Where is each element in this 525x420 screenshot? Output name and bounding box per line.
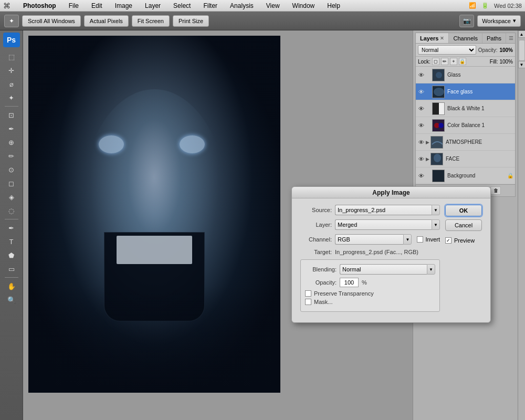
layer-row-color-balance[interactable]: 👁 Color Balance 1 (416, 117, 515, 134)
channel-arrow-btn[interactable]: ▼ (403, 234, 412, 245)
eye-icon-color-balance[interactable]: 👁 (417, 122, 425, 129)
layer-row-atmosphere[interactable]: 👁 ▶ ATMOSPHERE (416, 134, 515, 151)
brush-tool[interactable]: ✏ (4, 150, 19, 162)
scroll-down-btn[interactable]: ▼ (518, 61, 526, 68)
eye-icon-glass[interactable]: 👁 (417, 71, 425, 79)
menu-help[interactable]: Help (325, 1, 342, 10)
main-toolbar: ✦ Scroll All Windows Actual Pixels Fit S… (0, 12, 525, 30)
heal-tool[interactable]: ⊕ (4, 136, 19, 149)
menu-filter[interactable]: Filter (201, 1, 219, 10)
svg-point-8 (438, 123, 444, 128)
eye-icon-face[interactable]: 👁 (417, 155, 425, 163)
tab-channels[interactable]: Channels (449, 33, 482, 43)
blending-arrow-btn[interactable]: ▼ (427, 264, 435, 275)
type-tool[interactable]: T (4, 235, 19, 248)
lock-transparency-icon[interactable]: ◻ (432, 58, 439, 65)
ok-button[interactable]: OK (445, 205, 482, 216)
preserve-label: Preserve Transparency (314, 290, 374, 297)
layer-name-face: FACE (446, 156, 513, 162)
source-arrow-btn[interactable]: ▼ (432, 205, 440, 215)
menu-analysis[interactable]: Analysis (228, 1, 256, 10)
lock-position-icon[interactable]: + (450, 58, 457, 65)
menu-photoshop[interactable]: Photoshop (21, 1, 58, 10)
source-row: Source: In_progress_2.psd ▼ (300, 205, 440, 215)
eye-icon-face-glass[interactable]: 👁 (417, 88, 425, 96)
cancel-button[interactable]: Cancel (445, 219, 482, 231)
workspace-button[interactable]: Workspace ▾ (477, 15, 521, 27)
layer-row-face-glass[interactable]: 👁 Face glass (416, 83, 515, 100)
eye-icon-bw1[interactable]: 👁 (417, 105, 425, 112)
thumb-face-glass (432, 86, 445, 98)
menu-window[interactable]: Window (290, 1, 317, 10)
opacity-value: 100% (499, 47, 513, 53)
layer-row-glass[interactable]: 👁 Glass (416, 67, 515, 83)
gradient-tool[interactable]: ◈ (4, 191, 19, 203)
panel-menu-icon[interactable]: ☰ (509, 35, 513, 41)
shape-tool[interactable]: ▭ (4, 262, 19, 275)
mask-checkbox[interactable] (305, 299, 311, 305)
preserve-checkbox[interactable] (305, 290, 311, 297)
thumb-glass (432, 69, 445, 81)
workspace-arrow-icon: ▾ (513, 17, 516, 24)
panel-controls: Normal Opacity: 100% (416, 44, 515, 57)
scroll-thumb[interactable] (519, 40, 525, 61)
magic-wand-tool[interactable]: ✦ (4, 91, 19, 104)
layer-row-background[interactable]: 👁 Background 🔒 (416, 167, 515, 184)
target-label: Target: (300, 249, 332, 255)
tab-paths[interactable]: Paths (482, 33, 506, 43)
opacity-input-dialog[interactable]: 100 (340, 278, 359, 287)
eraser-tool[interactable]: ◻ (4, 177, 19, 190)
blend-mode-select[interactable]: Normal (418, 45, 476, 55)
eyedropper-tool[interactable]: ✒ (4, 122, 19, 135)
fit-screen-button[interactable]: Fit Screen (132, 15, 170, 27)
link-icon-face-glass (426, 88, 431, 96)
preview-checkbox[interactable]: ✓ (445, 237, 452, 244)
eye-icon-background[interactable]: 👁 (417, 172, 425, 180)
blending-section: Blending: Normal ▼ ◀ Opacity: 100 % (300, 259, 440, 312)
crop-tool[interactable]: ⊡ (4, 109, 19, 121)
lock-image-icon[interactable]: ✏ (441, 58, 448, 65)
pen-tool[interactable]: ✒ (4, 222, 19, 234)
print-size-button[interactable]: Print Size (173, 15, 209, 27)
source-select[interactable]: In_progress_2.psd (335, 205, 432, 215)
layer-row-bw1[interactable]: 👁 Black & White 1 (416, 100, 515, 117)
layer-select[interactable]: Merged (335, 219, 432, 230)
lock-all-icon[interactable]: 🔒 (459, 58, 466, 65)
hand-tool[interactable]: ✋ (4, 280, 19, 292)
layer-name-color-balance: Color Balance 1 (447, 122, 513, 128)
move-tool[interactable]: ✛ (4, 64, 19, 77)
blending-select[interactable]: Normal (340, 264, 427, 275)
layer-name-face-glass: Face glass (447, 89, 513, 94)
menu-view[interactable]: View (264, 1, 282, 10)
tab-close-icon[interactable]: ✕ (440, 36, 444, 41)
dodge-tool[interactable]: ◌ (4, 204, 19, 217)
panel-tabs: Layers ✕ Channels Paths ☰ (416, 33, 515, 44)
layer-row-face[interactable]: 👁 ▶ FACE (416, 151, 515, 167)
lock-row: Lock: ◻ ✏ + 🔒 Fill: 100% (416, 57, 515, 67)
group-arrow-atmosphere[interactable]: ▶ (426, 140, 429, 145)
invert-checkbox[interactable] (417, 236, 423, 243)
menu-layer[interactable]: Layer (143, 1, 163, 10)
menu-edit[interactable]: Edit (89, 1, 104, 10)
menu-select[interactable]: Select (171, 1, 193, 10)
camera-icon[interactable]: 📷 (459, 15, 474, 27)
layer-arrow-btn[interactable]: ▼ (432, 219, 440, 230)
delete-layer-btn[interactable]: 🗑 (490, 186, 501, 195)
path-tool[interactable]: ⬟ (4, 249, 19, 261)
lasso-tool[interactable]: ⌀ (4, 78, 19, 90)
apple-logo-icon[interactable]: ⌘ (3, 2, 10, 10)
actual-pixels-button[interactable]: Actual Pixels (84, 15, 129, 27)
zoom-tool[interactable]: 🔍 (4, 293, 19, 306)
menu-file[interactable]: File (67, 1, 81, 10)
tab-layers[interactable]: Layers ✕ (416, 33, 449, 43)
menu-image[interactable]: Image (113, 1, 134, 10)
tool-move-icon[interactable]: ✦ (4, 15, 19, 27)
clone-tool[interactable]: ⊙ (4, 163, 19, 176)
eye-icon-atmosphere[interactable]: 👁 (417, 139, 425, 146)
group-arrow-face[interactable]: ▶ (426, 156, 429, 162)
thumb-bw1 (432, 102, 445, 115)
scroll-all-windows-button[interactable]: Scroll All Windows (22, 15, 81, 27)
marquee-tool[interactable]: ⬚ (4, 50, 19, 63)
channel-select[interactable]: RGB (335, 234, 403, 245)
scroll-up-btn[interactable]: ▲ (518, 30, 526, 38)
